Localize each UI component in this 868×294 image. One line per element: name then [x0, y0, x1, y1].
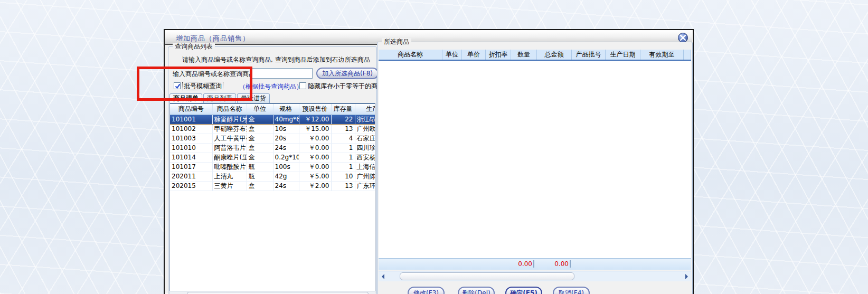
col-header-manufacturer[interactable]: 生产厂商 [355, 104, 375, 115]
sel-col-unit[interactable]: 单位 [442, 50, 462, 60]
col-header-product-code[interactable]: 商品编号 [170, 104, 212, 115]
delete-button[interactable]: 删除(Del) [458, 287, 495, 294]
grid-header-row: 商品编号 商品名称 单位 规格 预设售价 库存量 生产厂商 [170, 104, 375, 115]
sel-col-product-name[interactable]: 商品名称 [379, 50, 442, 60]
amount-total: 0.00 [536, 260, 571, 268]
table-row[interactable]: 101014酮康唑片(里 盒0.2g*10s ￥0.001 西安杨森制 [170, 153, 375, 162]
sel-col-total-amount[interactable]: 总金额 [537, 50, 572, 60]
cancel-button[interactable]: 取消(F4) [553, 287, 590, 294]
selected-panel-label: 所选商品 [382, 38, 411, 45]
instruction-text: 请输入商品编号或名称查询商品, 查询到商品后添加到右边所选商品 [182, 55, 372, 64]
dialog-buttons: 修改(F3) 删除(Del) 确定(F5) 取消(F4) [377, 287, 693, 294]
modify-button[interactable]: 修改(F3) [408, 287, 445, 294]
sel-col-spacer [684, 50, 691, 60]
add-selected-product-button[interactable]: 加入所选商品(F8) [316, 68, 379, 79]
hide-zero-stock-checkbox-label: 隐藏库存小于零等于的商品 [308, 82, 384, 90]
table-row[interactable]: 101001糠甾醇片(牙 盒40mg*60s ￥12.0022 浙江昂利康 [170, 115, 375, 124]
tab-product-list2[interactable]: 商品列表 [203, 93, 236, 103]
col-header-unit[interactable]: 单位 [247, 104, 273, 115]
scrollbar-thumb[interactable] [400, 272, 574, 280]
selected-products-panel: 所选商品 商品名称 单位 单价 折扣率 数量 总金额 产品批号 生产日期 有效期… [377, 42, 693, 294]
col-header-stock[interactable]: 库存量 [331, 104, 355, 115]
col-header-product-name[interactable]: 商品名称 [212, 104, 247, 115]
scroll-left-icon[interactable] [382, 274, 384, 279]
table-row[interactable]: 101003人工牛黄甲硝 盒20s ￥0.004 石家庄制药 [170, 134, 375, 143]
tab-product-list1[interactable]: 商品清单 [169, 93, 202, 103]
sel-col-unit-price[interactable]: 单价 [462, 50, 486, 60]
table-row[interactable]: 202011上清丸 瓶42g ￥5.0010 广州陈李济 [170, 172, 375, 181]
table-row[interactable]: 202015三黄片 盒24s ￥2.0013 广东环球制 [170, 181, 375, 191]
selected-grid-hscrollbar[interactable] [379, 271, 691, 281]
quantity-total: 0.00 [499, 260, 534, 268]
confirm-button[interactable]: 确定(F5) [505, 287, 542, 294]
col-header-spec[interactable]: 规格 [273, 104, 299, 115]
query-product-panel: 查询商品列表 请输入商品编号或名称查询商品, 查询到商品后添加到右边所选商品 输… [168, 46, 377, 294]
batch-fuzzy-checkbox-label: 批号模糊查询 [183, 82, 223, 90]
dialog-title: 增加商品（商品销售） [176, 34, 250, 43]
sel-col-batch-no[interactable]: 产品批号 [572, 50, 606, 60]
query-by-batch-link[interactable]: （根据批号查询药品） [239, 82, 303, 91]
table-row[interactable]: 101017吡嗪酰胺片 瓶100s ￥0.001 上海信谊药 [170, 162, 375, 172]
scrollbar-thumb[interactable] [187, 292, 369, 294]
batch-fuzzy-checkbox[interactable] [174, 82, 181, 89]
col-header-preset-price[interactable]: 预设售价 [299, 104, 331, 115]
search-input[interactable] [251, 68, 313, 79]
sel-col-production-date[interactable]: 生产日期 [606, 50, 640, 60]
left-grid-hscrollbar[interactable] [169, 291, 375, 294]
scroll-right-icon[interactable] [685, 274, 688, 279]
sel-col-expiry-date[interactable]: 有效期至 [640, 50, 684, 60]
query-panel-label: 查询商品列表 [173, 43, 215, 50]
selected-grid-body [379, 61, 691, 258]
hide-zero-stock-checkbox[interactable] [299, 82, 306, 89]
sel-col-quantity[interactable]: 数量 [511, 50, 537, 60]
product-grid: 商品编号 商品名称 单位 规格 预设售价 库存量 生产厂商 101001糠甾醇片… [169, 103, 375, 294]
totals-row: 0.00 0.00 [379, 258, 691, 270]
selected-grid-header: 商品名称 单位 单价 折扣率 数量 总金额 产品批号 生产日期 有效期至 [379, 50, 691, 61]
add-product-dialog: 增加商品（商品销售） 查询商品列表 请输入商品编号或名称查询商品, 查询到商品后… [164, 29, 694, 294]
tab-recent-purchase[interactable]: 最近进货 [237, 93, 270, 103]
table-row[interactable]: 101010阿昔洛韦片 盒24s ￥0.001 四川珍珠制 [170, 143, 375, 153]
table-row[interactable]: 101002甲硝唑芬布芬 盒10s ￥15.0013 广州欧化药 [170, 124, 375, 134]
search-label: 输入商品编号或名称查询商品: [173, 70, 257, 79]
product-tabs: 商品清单商品列表最近进货 [169, 93, 271, 103]
sel-col-discount[interactable]: 折扣率 [486, 50, 511, 60]
